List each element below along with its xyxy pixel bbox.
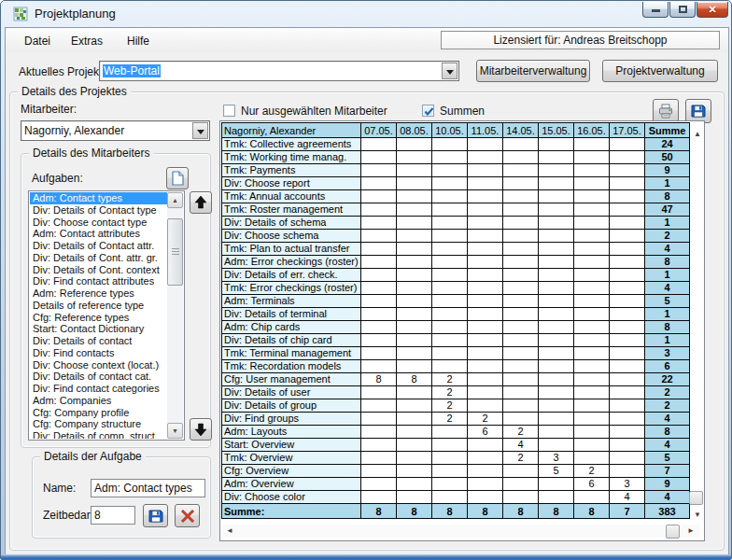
employee-management-button[interactable]: Mitarbeiterverwaltung <box>476 60 590 82</box>
grid-task-cell: Div: Details of err. check. <box>222 269 361 282</box>
grid-value-cell <box>432 269 468 282</box>
client-area: Datei Extras Hilfe Lizensiert für: Andre… <box>5 27 729 555</box>
grid-row-sum-cell: 3 <box>645 347 690 360</box>
grid-footer-row: Summe:88888887383 <box>222 504 690 519</box>
grid-value-cell <box>610 217 645 230</box>
task-list-item[interactable]: Adm: Companies <box>30 395 167 407</box>
task-list-item[interactable]: Div: Details of comp. struct. <box>30 430 167 439</box>
task-list-item[interactable]: Div: Find contacts <box>30 347 167 359</box>
grid-vscrollbar-thumb[interactable] <box>689 491 703 505</box>
project-combobox-dropdown-icon[interactable] <box>442 63 458 79</box>
window-frame-bottom <box>1 554 731 559</box>
grid-value-cell <box>503 190 539 203</box>
sums-checkbox-label[interactable]: Summen <box>440 105 485 118</box>
grid-value-cell <box>539 478 574 491</box>
time-required-field[interactable] <box>91 506 135 525</box>
minimize-button[interactable] <box>642 2 669 18</box>
task-list-item[interactable]: Div: Details of Cont. context <box>30 264 167 276</box>
task-name-field[interactable] <box>91 479 205 497</box>
save-task-button[interactable] <box>143 504 168 527</box>
task-list-item[interactable]: Start: Contact Dictionary <box>30 323 167 335</box>
task-list-item[interactable]: Adm: Reference types <box>30 287 167 300</box>
grid-scroll-down-icon[interactable]: ▼ <box>694 511 701 519</box>
task-list-item[interactable]: Adm: Contact types <box>30 192 167 204</box>
tasks-listbox[interactable]: Adm: Contact typesDiv: Details of Contac… <box>28 190 185 441</box>
maximize-button[interactable] <box>669 2 696 18</box>
grid-scroll-left-icon[interactable]: ◄ <box>226 527 233 535</box>
task-list-item[interactable]: Cfg: Company structure <box>30 418 167 430</box>
grid-hscrollbar-thumb[interactable] <box>666 525 680 539</box>
task-list-item[interactable]: Cfg: Company profile <box>30 407 167 419</box>
task-list-item[interactable]: Div: Details of contact cat. <box>30 371 167 383</box>
grid-value-cell <box>574 269 610 282</box>
task-list-item[interactable]: Div: Details of Contact type <box>30 204 167 217</box>
grid-value-cell <box>432 177 468 190</box>
grid-value-cell <box>361 426 397 439</box>
sums-checkbox-row[interactable]: Summen <box>422 104 506 119</box>
grid-value-cell <box>361 308 397 321</box>
task-list-item[interactable]: Div: Details of Contact attr. <box>30 240 167 252</box>
grid-value-cell <box>503 230 539 243</box>
grid-scroll-up-icon[interactable]: ▲ <box>694 131 701 138</box>
scroll-up-icon[interactable]: ▲ <box>167 192 183 208</box>
task-list-item[interactable]: Cfg: Reference types <box>30 312 167 324</box>
delete-task-button[interactable] <box>175 504 200 527</box>
only-selected-checkbox[interactable] <box>223 105 235 117</box>
grid-value-cell <box>432 164 468 177</box>
task-list-item[interactable]: Div: Details of Cont. attr. gr. <box>30 252 167 264</box>
employee-details-group-title: Details des Mitarbeiters <box>29 147 153 160</box>
grid-row-sum-cell: 8 <box>645 426 690 439</box>
employee-combobox-dropdown-icon[interactable] <box>192 122 208 139</box>
only-selected-checkbox-row[interactable]: Nur ausgewählten Mitarbeiter <box>223 104 419 119</box>
task-list-item[interactable]: Div: Choose context (locat.) <box>30 359 167 371</box>
grid-value-cell <box>610 230 645 243</box>
grid-scroll-right-icon[interactable]: ► <box>687 527 695 535</box>
project-combobox[interactable]: Web-Portal <box>99 61 459 81</box>
task-list-item[interactable]: Div: Find contact categories <box>30 383 167 395</box>
grid-row: Adm: Overview639 <box>222 478 690 491</box>
task-details-group-title: Details der Aufgabe <box>40 450 146 463</box>
grid-value-cell <box>574 190 610 203</box>
scroll-down-icon[interactable]: ▼ <box>167 423 183 439</box>
grid-value-cell <box>468 373 503 386</box>
new-document-icon <box>169 170 186 187</box>
scrollbar-thumb[interactable] <box>167 218 183 286</box>
new-task-button[interactable] <box>166 167 189 189</box>
grid-row: Tmk: Recordation models6 <box>222 360 690 373</box>
task-list-item[interactable]: Details of reference type <box>30 300 167 312</box>
task-list-item[interactable]: Div: Details of contact <box>30 335 167 347</box>
project-management-button[interactable]: Projektverwaltung <box>602 60 718 82</box>
grid-value-cell <box>574 243 610 256</box>
menu-extras[interactable]: Extras <box>67 33 106 49</box>
grid-row-sum-cell: 1 <box>645 334 690 347</box>
employee-combobox[interactable]: Nagorniy, Alexander <box>21 120 210 141</box>
grid-value-cell <box>610 426 645 439</box>
menu-datei[interactable]: Datei <box>21 33 54 49</box>
grid-value-cell <box>432 360 468 373</box>
grid-value-cell <box>503 295 539 308</box>
grid-value-cell: 2 <box>432 386 468 399</box>
task-list-item[interactable]: Adm: Contact attributes <box>30 228 167 240</box>
grid-hscrollbar-track[interactable] <box>222 525 700 538</box>
grid-value-cell <box>574 151 610 164</box>
grid-task-cell: Adm: Chip cards <box>222 321 361 334</box>
move-task-down-button[interactable] <box>190 418 212 441</box>
close-button[interactable]: ✕ <box>697 2 728 18</box>
grid-value-cell <box>397 465 432 478</box>
grid-task-cell: Tmk: Overview <box>222 452 361 465</box>
grid-header-cell: 10.05. <box>432 123 468 138</box>
grid-row-sum-cell: 2 <box>645 386 690 399</box>
grid-row-sum-cell: 2 <box>645 399 690 413</box>
grid-row: Adm: Chip cards8 <box>222 321 690 334</box>
task-list-item[interactable]: Div: Find contact attributes <box>30 275 167 287</box>
grid-value-cell <box>539 308 574 321</box>
grid-value-cell <box>503 177 539 190</box>
grid-task-cell: Div: Details of group <box>222 399 361 413</box>
tasks-scrollbar[interactable]: ▲ ▼ <box>167 192 183 439</box>
only-selected-checkbox-label[interactable]: Nur ausgewählten Mitarbeiter <box>241 105 387 118</box>
task-list-item[interactable]: Div: Choose contact type <box>30 217 167 229</box>
move-task-up-button[interactable] <box>190 191 212 214</box>
menu-hilfe[interactable]: Hilfe <box>123 33 153 49</box>
grid-value-cell <box>432 491 468 504</box>
sums-checkbox[interactable] <box>422 105 434 117</box>
